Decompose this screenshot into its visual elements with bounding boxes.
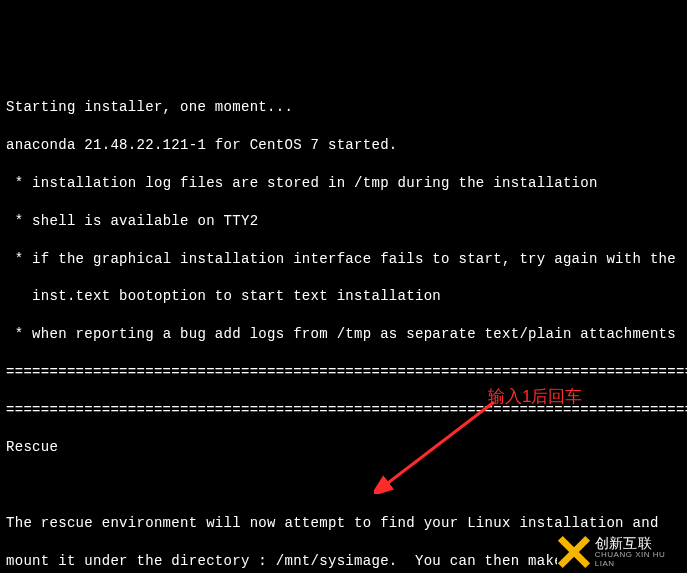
watermark-en: CHUANG XIN HU LIAN: [595, 551, 687, 569]
boot-line: * when reporting a bug add logs from /tm…: [6, 325, 681, 344]
blank: [6, 476, 681, 495]
rescue-title: Rescue: [6, 438, 681, 457]
boot-line: * installation log files are stored in /…: [6, 174, 681, 193]
watermark-x-icon: [557, 535, 591, 569]
boot-line: inst.text bootoption to start text insta…: [6, 287, 681, 306]
boot-line: anaconda 21.48.22.121-1 for CentOS 7 sta…: [6, 136, 681, 155]
boot-line: * shell is available on TTY2: [6, 212, 681, 231]
separator: ========================================…: [6, 363, 681, 382]
annotation-label: 输入1后回车: [488, 386, 582, 409]
boot-line: * if the graphical installation interfac…: [6, 250, 681, 269]
watermark-text: 创新互联 CHUANG XIN HU LIAN: [595, 536, 687, 569]
boot-line: Starting installer, one moment...: [6, 98, 681, 117]
watermark-cn: 创新互联: [595, 536, 687, 551]
watermark-logo: 创新互联 CHUANG XIN HU LIAN: [557, 531, 687, 573]
